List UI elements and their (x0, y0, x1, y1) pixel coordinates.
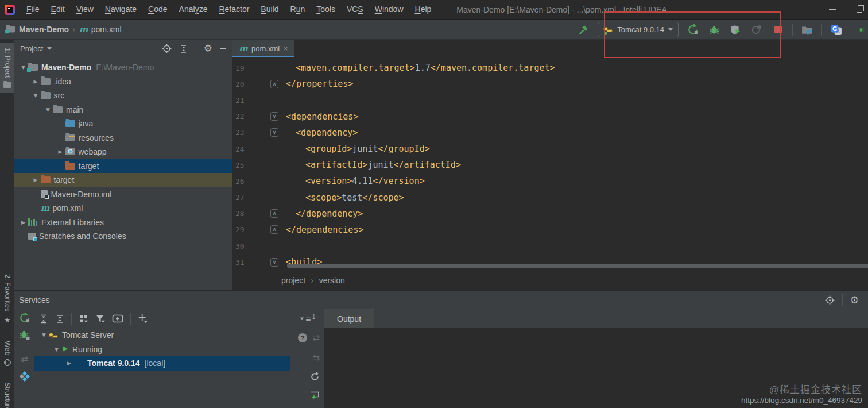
tree-item-resources[interactable]: resources (14, 131, 232, 145)
menu-edit[interactable]: Edit (45, 0, 71, 19)
run-with-coverage-button[interactable] (728, 23, 742, 37)
expand-all-icon[interactable] (39, 314, 48, 324)
chevron-right-icon[interactable]: ▶ (18, 220, 28, 225)
tree-item-java[interactable]: java (14, 117, 232, 131)
menu-vcs[interactable]: VCS (341, 0, 369, 19)
breadcrumb-item[interactable]: project (281, 276, 305, 285)
panel-title[interactable]: Services (19, 295, 50, 305)
group-by-icon[interactable] (79, 314, 88, 324)
chevron-down-icon[interactable]: ▼ (31, 93, 41, 98)
breadcrumb-file[interactable]: pom.xml (91, 25, 122, 34)
rerun-button[interactable] (686, 23, 700, 37)
translate-icon[interactable]: A G (830, 23, 843, 37)
project-tree: ▼Maven-DemoE:\Maven-Demo▶.idea▼src▼mainj… (14, 57, 232, 244)
menu-help[interactable]: Help (409, 0, 437, 19)
menu-run[interactable]: Run (285, 0, 311, 19)
tree-item-tomcat-9.0.14[interactable]: ▶Tomcat 9.0.14[local] (34, 356, 290, 371)
scroll-to-end-icon[interactable] (309, 391, 320, 401)
breadcrumb: Maven-Demo › m pom.xml (6, 25, 122, 34)
tab-pom-xml[interactable]: m pom.xml × (232, 40, 294, 57)
fold-marker-end[interactable]: ∧ (268, 225, 281, 234)
hide-panel-icon[interactable] (220, 48, 226, 49)
breadcrumb-item[interactable]: version (319, 276, 345, 285)
chevron-right-icon[interactable]: ▶ (64, 360, 74, 366)
stop-button[interactable] (771, 23, 785, 37)
tomcat-icon (603, 26, 613, 34)
panel-title[interactable]: Project (20, 44, 43, 53)
build-hammer-icon[interactable] (576, 23, 590, 37)
chevron-down-icon[interactable]: ▼ (39, 332, 49, 338)
help-icon[interactable]: ? (298, 333, 307, 342)
stripe-button-favorites[interactable]: 2: Favorites ★ (0, 270, 14, 329)
menu-window[interactable]: Window (369, 0, 409, 19)
menu-analyze[interactable]: Analyze (173, 0, 214, 19)
rerun-button[interactable] (20, 313, 30, 323)
tree-item-webapp[interactable]: ▶webapp (14, 145, 232, 159)
horizontal-scrollbar[interactable] (287, 264, 868, 268)
settings-gear-icon[interactable]: ⚙ (850, 295, 859, 305)
folder-project-icon (28, 64, 38, 71)
collapse-all-icon[interactable] (55, 314, 64, 324)
menu-bar: FileEditViewNavigateCodeAnalyzeRefactorB… (21, 0, 437, 19)
tree-item-extra: E:\Maven-Demo (96, 63, 154, 72)
chevron-right-icon[interactable]: ▶ (56, 149, 65, 155)
code-text: <dependency> (281, 128, 358, 138)
project-structure-icon[interactable] (800, 23, 814, 37)
menu-file[interactable]: File (21, 0, 45, 19)
debug-button[interactable] (707, 23, 721, 37)
view-mode-selector[interactable]: ≡ 1 (290, 309, 324, 328)
tree-item-target[interactable]: target (14, 159, 232, 174)
open-in-new-tab-icon[interactable] (112, 314, 123, 324)
stripe-button-project[interactable]: 1: Project (0, 43, 14, 93)
collapse-all-icon[interactable] (179, 44, 188, 53)
chevron-right-icon[interactable]: ▶ (31, 177, 41, 183)
restore-button[interactable] (857, 7, 862, 13)
tree-item-main[interactable]: ▼main (14, 103, 232, 117)
run-config-selector[interactable]: Tomcat 9.0.14 (598, 22, 679, 37)
chevron-down-icon[interactable] (47, 47, 52, 50)
stripe-button-structure[interactable]: Structure (0, 378, 14, 408)
fold-marker-start[interactable]: ∨ (268, 112, 281, 121)
tree-item-maven-demo[interactable]: ▼Maven-DemoE:\Maven-Demo (14, 60, 232, 75)
add-service-icon[interactable] (138, 314, 148, 324)
chevron-right-icon[interactable]: ▶ (31, 79, 41, 84)
menu-refactor[interactable]: Refactor (213, 0, 255, 19)
tree-item-maven-demo.iml[interactable]: Maven-Demo.iml (14, 187, 232, 202)
tree-item-tomcat-server[interactable]: ▼Tomcat Server (34, 328, 290, 342)
fold-marker-start[interactable]: ∨ (268, 258, 281, 267)
refresh-icon[interactable] (310, 372, 320, 382)
menu-code[interactable]: Code (142, 0, 173, 19)
tree-item-pom.xml[interactable]: mpom.xml (14, 201, 232, 215)
breadcrumb-project[interactable]: Maven-Demo (19, 25, 69, 34)
menu-navigate[interactable]: Navigate (99, 0, 142, 19)
tree-item-scratches-and-consoles[interactable]: Scratches and Consoles (14, 229, 232, 244)
fold-marker-end[interactable]: ∧ (268, 209, 281, 218)
menu-view[interactable]: View (71, 0, 99, 19)
tree-item-external-libraries[interactable]: ▶External Libraries (14, 215, 232, 230)
chevron-down-icon[interactable]: ▼ (52, 347, 61, 352)
fold-marker-start[interactable]: ∨ (268, 128, 281, 137)
tree-item-src[interactable]: ▼src (14, 88, 232, 103)
debug-button[interactable] (20, 330, 30, 340)
line-number: 27 (232, 193, 268, 202)
fold-marker-end[interactable]: ∧ (268, 80, 281, 88)
menu-tools[interactable]: Tools (311, 0, 341, 19)
close-icon[interactable]: × (284, 45, 288, 53)
tab-label: Output (337, 314, 361, 324)
tree-item-.idea[interactable]: ▶.idea (14, 75, 232, 89)
code-line-23: 23∨<dependency> (232, 125, 868, 141)
code-text: <artifactId>junit</artifactId> (281, 160, 461, 170)
services-view-icon[interactable] (20, 371, 30, 382)
code-editor[interactable]: 19<maven.compiler.target>1.7</maven.comp… (232, 60, 868, 270)
settings-gear-icon[interactable]: ⚙ (204, 44, 212, 53)
locate-icon[interactable] (825, 295, 835, 305)
chevron-down-icon[interactable]: ▼ (43, 107, 53, 113)
menu-build[interactable]: Build (255, 0, 284, 19)
stripe-button-web[interactable]: Web (0, 336, 14, 371)
filter-icon[interactable] (95, 314, 105, 324)
minimize-button[interactable] (829, 9, 836, 10)
locate-icon[interactable] (162, 44, 172, 53)
tree-item-running[interactable]: ▼Running (34, 342, 290, 357)
tree-item-target[interactable]: ▶target (14, 173, 232, 187)
tab-output[interactable]: Output (324, 309, 374, 328)
